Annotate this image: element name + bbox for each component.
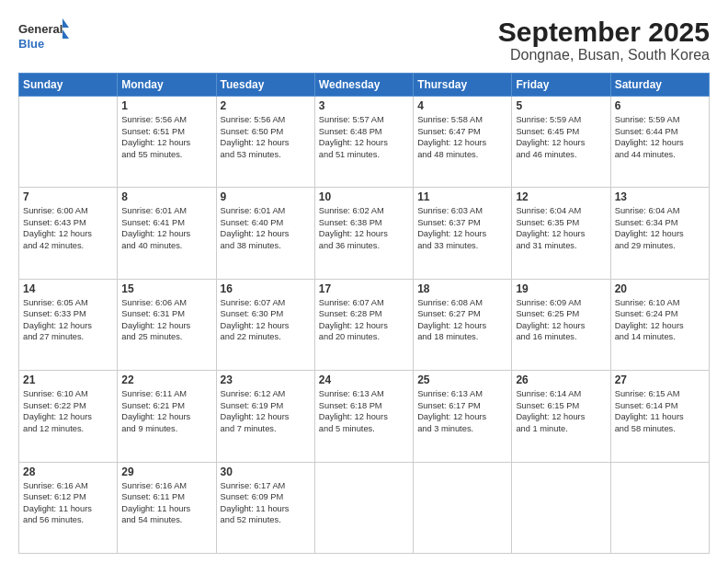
day-number: 29 [121, 465, 211, 478]
calendar-day-13: 13Sunrise: 6:04 AMSunset: 6:34 PMDayligh… [610, 188, 709, 279]
day-number: 18 [417, 282, 507, 295]
header: General Blue September 2025 Dongnae, Bus… [18, 17, 710, 63]
page-title: September 2025 [498, 17, 710, 47]
svg-marker-2 [63, 18, 69, 28]
day-content: Sunrise: 6:17 AMSunset: 6:09 PMDaylight:… [221, 480, 311, 526]
day-number: 5 [516, 99, 606, 112]
day-number: 30 [221, 465, 311, 478]
calendar-header-sunday: Sunday [19, 74, 118, 97]
day-content: Sunrise: 6:09 AMSunset: 6:25 PMDaylight:… [516, 297, 606, 343]
calendar-header-saturday: Saturday [610, 74, 709, 97]
calendar-day-16: 16Sunrise: 6:07 AMSunset: 6:30 PMDayligh… [216, 279, 314, 370]
calendar-day-4: 4Sunrise: 5:58 AMSunset: 6:47 PMDaylight… [414, 97, 512, 188]
calendar-day-21: 21Sunrise: 6:10 AMSunset: 6:22 PMDayligh… [19, 371, 118, 462]
day-content: Sunrise: 5:59 AMSunset: 6:45 PMDaylight:… [516, 114, 606, 160]
day-content: Sunrise: 6:01 AMSunset: 6:40 PMDaylight:… [221, 205, 311, 251]
day-number: 12 [516, 190, 606, 203]
svg-text:General: General [18, 22, 63, 36]
calendar-header-friday: Friday [512, 74, 610, 97]
day-content: Sunrise: 5:59 AMSunset: 6:44 PMDaylight:… [615, 114, 705, 160]
day-content: Sunrise: 6:07 AMSunset: 6:30 PMDaylight:… [221, 297, 311, 343]
day-number: 19 [516, 282, 606, 295]
day-content: Sunrise: 5:56 AMSunset: 6:50 PMDaylight:… [221, 114, 311, 160]
calendar-header-row: SundayMondayTuesdayWednesdayThursdayFrid… [19, 74, 710, 97]
calendar-day-30: 30Sunrise: 6:17 AMSunset: 6:09 PMDayligh… [216, 462, 314, 553]
calendar: SundayMondayTuesdayWednesdayThursdayFrid… [18, 73, 710, 554]
calendar-day-2: 2Sunrise: 5:56 AMSunset: 6:50 PMDaylight… [216, 97, 314, 188]
day-number: 23 [221, 373, 311, 386]
day-number: 22 [121, 373, 211, 386]
calendar-day-5: 5Sunrise: 5:59 AMSunset: 6:45 PMDaylight… [512, 97, 610, 188]
calendar-day-6: 6Sunrise: 5:59 AMSunset: 6:44 PMDaylight… [610, 97, 709, 188]
day-number: 21 [23, 373, 113, 386]
day-content: Sunrise: 6:14 AMSunset: 6:15 PMDaylight:… [516, 388, 606, 434]
calendar-day-29: 29Sunrise: 6:16 AMSunset: 6:11 PMDayligh… [118, 462, 216, 553]
day-content: Sunrise: 6:12 AMSunset: 6:19 PMDaylight:… [221, 388, 311, 434]
calendar-day-14: 14Sunrise: 6:05 AMSunset: 6:33 PMDayligh… [19, 279, 118, 370]
calendar-header-wednesday: Wednesday [314, 74, 413, 97]
calendar-day-24: 24Sunrise: 6:13 AMSunset: 6:18 PMDayligh… [314, 371, 413, 462]
calendar-day-19: 19Sunrise: 6:09 AMSunset: 6:25 PMDayligh… [512, 279, 610, 370]
logo: General Blue [18, 17, 69, 55]
day-content: Sunrise: 6:15 AMSunset: 6:14 PMDaylight:… [615, 388, 705, 434]
calendar-day-25: 25Sunrise: 6:13 AMSunset: 6:17 PMDayligh… [414, 371, 512, 462]
calendar-day-22: 22Sunrise: 6:11 AMSunset: 6:21 PMDayligh… [118, 371, 216, 462]
day-content: Sunrise: 6:06 AMSunset: 6:31 PMDaylight:… [121, 297, 211, 343]
calendar-week-4: 21Sunrise: 6:10 AMSunset: 6:22 PMDayligh… [19, 371, 710, 462]
day-number: 7 [23, 190, 113, 203]
calendar-day-3: 3Sunrise: 5:57 AMSunset: 6:48 PMDaylight… [314, 97, 413, 188]
day-number: 3 [319, 99, 409, 112]
calendar-day-11: 11Sunrise: 6:03 AMSunset: 6:37 PMDayligh… [414, 188, 512, 279]
title-block: September 2025 Dongnae, Busan, South Kor… [498, 17, 710, 63]
calendar-day-8: 8Sunrise: 6:01 AMSunset: 6:41 PMDaylight… [118, 188, 216, 279]
day-content: Sunrise: 6:04 AMSunset: 6:34 PMDaylight:… [615, 205, 705, 251]
day-content: Sunrise: 6:10 AMSunset: 6:22 PMDaylight:… [23, 388, 113, 434]
day-number: 11 [417, 190, 507, 203]
page: General Blue September 2025 Dongnae, Bus… [0, 0, 728, 563]
calendar-day-26: 26Sunrise: 6:14 AMSunset: 6:15 PMDayligh… [512, 371, 610, 462]
calendar-week-2: 7Sunrise: 6:00 AMSunset: 6:43 PMDaylight… [19, 188, 710, 279]
calendar-empty [314, 462, 413, 553]
day-number: 8 [121, 190, 211, 203]
day-number: 13 [615, 190, 705, 203]
calendar-empty [610, 462, 709, 553]
calendar-week-1: 1Sunrise: 5:56 AMSunset: 6:51 PMDaylight… [19, 97, 710, 188]
day-number: 27 [615, 373, 705, 386]
day-content: Sunrise: 5:56 AMSunset: 6:51 PMDaylight:… [121, 114, 211, 160]
svg-text:Blue: Blue [18, 37, 44, 51]
calendar-day-12: 12Sunrise: 6:04 AMSunset: 6:35 PMDayligh… [512, 188, 610, 279]
calendar-week-5: 28Sunrise: 6:16 AMSunset: 6:12 PMDayligh… [19, 462, 710, 553]
day-number: 24 [319, 373, 409, 386]
svg-marker-3 [63, 29, 69, 39]
calendar-day-7: 7Sunrise: 6:00 AMSunset: 6:43 PMDaylight… [19, 188, 118, 279]
day-number: 4 [417, 99, 507, 112]
day-content: Sunrise: 5:57 AMSunset: 6:48 PMDaylight:… [319, 114, 409, 160]
day-number: 25 [417, 373, 507, 386]
calendar-header-thursday: Thursday [414, 74, 512, 97]
calendar-empty [414, 462, 512, 553]
day-number: 2 [221, 99, 311, 112]
calendar-day-17: 17Sunrise: 6:07 AMSunset: 6:28 PMDayligh… [314, 279, 413, 370]
calendar-week-3: 14Sunrise: 6:05 AMSunset: 6:33 PMDayligh… [19, 279, 710, 370]
day-number: 20 [615, 282, 705, 295]
day-content: Sunrise: 6:01 AMSunset: 6:41 PMDaylight:… [121, 205, 211, 251]
calendar-day-15: 15Sunrise: 6:06 AMSunset: 6:31 PMDayligh… [118, 279, 216, 370]
calendar-empty [19, 97, 118, 188]
day-number: 9 [221, 190, 311, 203]
day-number: 15 [121, 282, 211, 295]
calendar-day-27: 27Sunrise: 6:15 AMSunset: 6:14 PMDayligh… [610, 371, 709, 462]
calendar-day-23: 23Sunrise: 6:12 AMSunset: 6:19 PMDayligh… [216, 371, 314, 462]
calendar-day-28: 28Sunrise: 6:16 AMSunset: 6:12 PMDayligh… [19, 462, 118, 553]
day-content: Sunrise: 6:02 AMSunset: 6:38 PMDaylight:… [319, 205, 409, 251]
day-content: Sunrise: 6:05 AMSunset: 6:33 PMDaylight:… [23, 297, 113, 343]
day-number: 14 [23, 282, 113, 295]
calendar-day-20: 20Sunrise: 6:10 AMSunset: 6:24 PMDayligh… [610, 279, 709, 370]
logo-svg: General Blue [18, 17, 69, 55]
day-number: 26 [516, 373, 606, 386]
calendar-day-9: 9Sunrise: 6:01 AMSunset: 6:40 PMDaylight… [216, 188, 314, 279]
calendar-day-1: 1Sunrise: 5:56 AMSunset: 6:51 PMDaylight… [118, 97, 216, 188]
page-subtitle: Dongnae, Busan, South Korea [498, 47, 710, 63]
day-content: Sunrise: 6:00 AMSunset: 6:43 PMDaylight:… [23, 205, 113, 251]
day-number: 10 [319, 190, 409, 203]
day-number: 28 [23, 465, 113, 478]
